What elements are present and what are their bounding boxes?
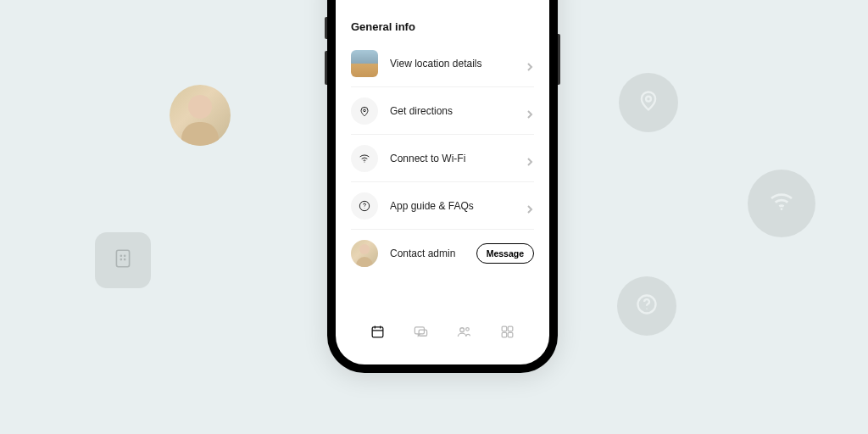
pin-icon bbox=[351, 97, 378, 125]
row-view-location[interactable]: View location details bbox=[351, 40, 534, 87]
chevron-right-icon bbox=[526, 202, 534, 210]
help-icon bbox=[351, 192, 378, 220]
phone-side-button bbox=[325, 17, 327, 39]
row-label: App guide & FAQs bbox=[390, 200, 526, 212]
svg-point-12 bbox=[364, 208, 365, 209]
svg-point-4 bbox=[125, 259, 125, 260]
svg-point-1 bbox=[120, 255, 121, 256]
svg-rect-13 bbox=[372, 326, 383, 337]
svg-rect-23 bbox=[502, 332, 507, 337]
decorative-wifi-circle bbox=[748, 170, 815, 237]
decorative-keypad-tile bbox=[95, 232, 151, 288]
phone-mockup: General info View location details Get d… bbox=[327, 0, 558, 373]
keypad-icon bbox=[112, 248, 134, 273]
help-icon bbox=[635, 292, 659, 320]
location-photo-icon bbox=[351, 50, 378, 77]
svg-point-20 bbox=[466, 327, 470, 331]
row-connect-wifi[interactable]: Connect to Wi-Fi bbox=[351, 135, 534, 182]
grid-icon bbox=[499, 324, 515, 343]
decorative-pin-circle bbox=[619, 73, 678, 132]
svg-point-9 bbox=[364, 109, 366, 112]
row-contact-admin: Contact admin Message bbox=[351, 230, 534, 277]
row-label: Contact admin bbox=[390, 248, 476, 259]
svg-point-3 bbox=[120, 259, 121, 260]
people-icon bbox=[456, 324, 472, 343]
chevron-right-icon bbox=[526, 154, 534, 163]
tab-chat[interactable] bbox=[404, 324, 438, 343]
chevron-right-icon bbox=[526, 59, 534, 68]
message-button[interactable]: Message bbox=[476, 243, 534, 264]
chevron-right-icon bbox=[526, 107, 534, 115]
row-app-guide[interactable]: App guide & FAQs bbox=[351, 182, 534, 230]
svg-point-19 bbox=[460, 327, 465, 331]
svg-rect-0 bbox=[116, 250, 129, 267]
decorative-avatar bbox=[170, 85, 231, 146]
phone-screen: General info View location details Get d… bbox=[336, 0, 549, 364]
svg-rect-24 bbox=[508, 332, 513, 337]
decorative-help-circle bbox=[617, 276, 676, 336]
svg-point-5 bbox=[646, 97, 651, 102]
svg-rect-18 bbox=[419, 330, 427, 336]
phone-side-button bbox=[325, 51, 327, 85]
tab-people[interactable] bbox=[448, 324, 481, 343]
pin-icon bbox=[637, 89, 660, 116]
section-title: General info bbox=[351, 0, 534, 40]
row-get-directions[interactable]: Get directions bbox=[351, 87, 534, 135]
wifi-icon bbox=[768, 188, 795, 219]
wifi-icon bbox=[351, 145, 378, 172]
chat-icon bbox=[413, 324, 429, 343]
svg-point-8 bbox=[646, 309, 647, 309]
tab-calendar[interactable] bbox=[361, 324, 395, 343]
svg-point-2 bbox=[125, 255, 125, 256]
svg-rect-21 bbox=[502, 326, 507, 331]
row-label: Connect to Wi-Fi bbox=[390, 153, 526, 164]
tab-bar bbox=[336, 314, 549, 364]
phone-side-button bbox=[558, 34, 560, 85]
svg-point-10 bbox=[364, 161, 364, 162]
tab-apps[interactable] bbox=[491, 324, 525, 343]
svg-point-6 bbox=[781, 208, 783, 210]
svg-rect-22 bbox=[508, 326, 513, 331]
admin-avatar bbox=[351, 240, 378, 267]
row-label: View location details bbox=[390, 58, 526, 70]
row-label: Get directions bbox=[390, 105, 526, 117]
calendar-icon bbox=[370, 324, 386, 343]
